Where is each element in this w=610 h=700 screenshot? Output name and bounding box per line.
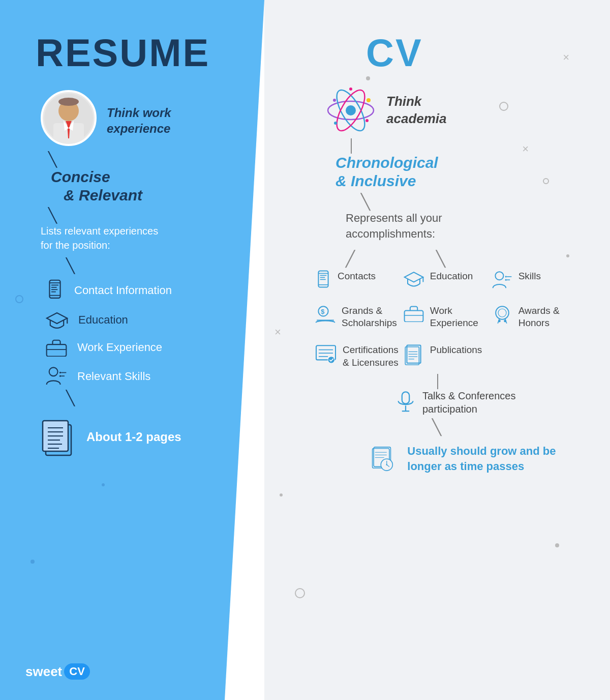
svg-point-23 <box>59 375 61 376</box>
cv-connector-2 <box>437 374 438 389</box>
cv-item-education: Education <box>404 270 487 290</box>
svg-rect-11 <box>51 285 58 286</box>
brand-cv-text: CV <box>64 663 90 680</box>
cv-work-label: WorkExperience <box>430 305 478 330</box>
about-pages-label: About 1-2 pages <box>86 430 181 444</box>
cv-slash-2: ╲ <box>432 418 441 436</box>
cv-usually-label: Usually should grow and be longer as tim… <box>407 444 580 475</box>
contact-info-label: Contact Information <box>74 284 172 297</box>
represents-text: Represents all youraccomplishments: <box>346 211 442 242</box>
cv-skills-label: Skills <box>518 270 541 283</box>
svg-rect-46 <box>320 279 326 280</box>
svg-point-58 <box>496 306 509 319</box>
svg-rect-45 <box>320 277 325 278</box>
cv-usually-row: Usually should grow and be longer as tim… <box>371 439 580 479</box>
svg-rect-17 <box>47 344 67 357</box>
cv-title: CV <box>366 31 423 75</box>
svg-rect-44 <box>320 275 327 276</box>
cv-mic-icon <box>396 391 415 414</box>
cross-decor-1: × <box>563 51 569 64</box>
phone-icon <box>46 279 64 302</box>
lists-relevant-text: Lists relevant experiencesfor the positi… <box>41 224 239 252</box>
svg-point-22 <box>59 372 61 373</box>
cross-decor-2: × <box>522 142 529 156</box>
connector-slash-4: ╲ <box>66 390 239 406</box>
svg-text:$: $ <box>321 307 324 315</box>
resume-item-work: Work Experience <box>46 338 239 357</box>
cv-item-awards: Awards &Honors <box>492 305 575 330</box>
person-avatar <box>41 90 97 146</box>
connector-slash-3: ╲ <box>66 257 239 274</box>
svg-rect-56 <box>404 310 423 322</box>
education-label: Education <box>78 313 128 327</box>
svg-point-19 <box>49 367 58 376</box>
resume-think-text: Think workexperience <box>107 105 171 136</box>
cv-connector-line-1 <box>351 138 352 154</box>
svg-point-52 <box>505 276 506 277</box>
svg-rect-14 <box>51 291 56 293</box>
resume-items-list: Contact Information Education <box>46 279 239 387</box>
chronological-text: Chronological& Inclusive <box>336 154 438 190</box>
svg-point-86 <box>386 464 387 466</box>
cv-think-row: Thinkacademia <box>325 85 447 136</box>
svg-point-40 <box>349 88 352 91</box>
cv-item-work: WorkExperience <box>404 305 487 330</box>
resume-panel: RESUME <box>0 0 264 700</box>
cv-grants-label: Grands &Scholarships <box>342 305 397 330</box>
brand-sweet-text: sweet <box>25 664 62 680</box>
cv-talks-label: Talks & Conferencesparticipation <box>422 389 515 416</box>
cross-decor-3: × <box>274 326 281 339</box>
svg-rect-12 <box>51 287 57 288</box>
cv-briefcase-icon <box>404 305 424 322</box>
cv-publications-label: Publications <box>430 344 482 357</box>
svg-point-62 <box>498 319 501 322</box>
cv-scroll-icon <box>371 439 397 479</box>
cv-money-icon: $ <box>315 305 336 325</box>
svg-point-53 <box>505 279 506 280</box>
about-pages-row: About 1-2 pages <box>41 417 239 457</box>
relevant-skills-label: Relevant Skills <box>77 370 150 383</box>
atom-icon <box>325 85 376 136</box>
svg-point-59 <box>498 309 506 317</box>
cv-cert-icon <box>315 344 337 363</box>
cv-skills-icon <box>492 270 512 290</box>
svg-point-35 <box>346 105 356 115</box>
cv-item-contacts: Contacts <box>315 270 399 290</box>
svg-point-37 <box>365 119 369 122</box>
cv-panel: × × × CV <box>264 0 610 700</box>
svg-point-7 <box>58 98 79 106</box>
cv-graduation-icon <box>404 270 424 287</box>
cv-slash-1: ╲ <box>361 193 370 211</box>
svg-point-38 <box>367 98 371 102</box>
cv-item-cert: Certifications& Licensures <box>315 344 399 369</box>
skills-person-icon <box>46 366 67 387</box>
resume-title: RESUME <box>36 31 239 75</box>
cv-contacts-label: Contacts <box>338 270 376 283</box>
svg-rect-75 <box>402 392 409 404</box>
branding-area: sweet CV <box>25 663 90 680</box>
svg-rect-13 <box>51 289 57 290</box>
cv-publications-icon <box>404 344 424 365</box>
concise-relevant-text: Concise & Relevant <box>51 168 239 205</box>
svg-point-39 <box>334 122 337 125</box>
branch-lines: ╱ ╲ <box>346 250 445 268</box>
connector-slash-1: ╲ <box>48 151 239 168</box>
cv-think-text: Thinkacademia <box>386 93 447 128</box>
briefcase-icon <box>46 338 67 357</box>
work-experience-label: Work Experience <box>77 341 162 354</box>
pages-icon <box>41 417 76 457</box>
cv-education-label: Education <box>430 270 473 283</box>
graduation-cap-icon <box>46 311 68 329</box>
cv-phone-icon <box>315 270 331 290</box>
main-container: RESUME <box>0 0 610 700</box>
cv-item-publications: Publications <box>404 344 487 369</box>
cv-item-grants: $ Grands &Scholarships <box>315 305 399 330</box>
svg-point-68 <box>328 357 334 363</box>
svg-point-49 <box>495 272 503 280</box>
cv-award-icon <box>492 305 512 325</box>
cv-talks-row: Talks & Conferencesparticipation <box>396 389 515 416</box>
svg-point-36 <box>333 99 336 102</box>
cv-items-grid: Contacts Education <box>315 270 575 369</box>
connector-slash-2: ╲ <box>48 207 239 224</box>
resume-item-contact: Contact Information <box>46 279 239 302</box>
